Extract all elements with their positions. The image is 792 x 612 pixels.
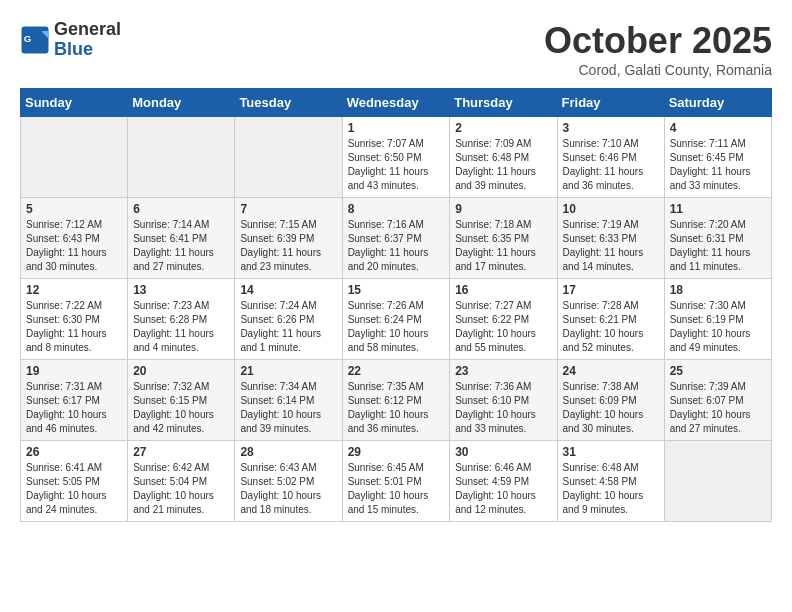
day-info: Sunrise: 7:22 AMSunset: 6:30 PMDaylight:… — [26, 299, 122, 355]
day-number: 16 — [455, 283, 551, 297]
calendar-cell: 11Sunrise: 7:20 AMSunset: 6:31 PMDayligh… — [664, 198, 771, 279]
day-info: Sunrise: 7:36 AMSunset: 6:10 PMDaylight:… — [455, 380, 551, 436]
day-info: Sunrise: 7:19 AMSunset: 6:33 PMDaylight:… — [563, 218, 659, 274]
calendar-table: SundayMondayTuesdayWednesdayThursdayFrid… — [20, 88, 772, 522]
calendar-row-1: 1Sunrise: 7:07 AMSunset: 6:50 PMDaylight… — [21, 117, 772, 198]
calendar-cell: 9Sunrise: 7:18 AMSunset: 6:35 PMDaylight… — [450, 198, 557, 279]
calendar-cell: 6Sunrise: 7:14 AMSunset: 6:41 PMDaylight… — [128, 198, 235, 279]
weekday-header-row: SundayMondayTuesdayWednesdayThursdayFrid… — [21, 89, 772, 117]
weekday-header-saturday: Saturday — [664, 89, 771, 117]
calendar-cell: 28Sunrise: 6:43 AMSunset: 5:02 PMDayligh… — [235, 441, 342, 522]
calendar-cell — [664, 441, 771, 522]
calendar-cell: 8Sunrise: 7:16 AMSunset: 6:37 PMDaylight… — [342, 198, 450, 279]
calendar-cell — [21, 117, 128, 198]
day-number: 15 — [348, 283, 445, 297]
day-number: 5 — [26, 202, 122, 216]
calendar-cell: 25Sunrise: 7:39 AMSunset: 6:07 PMDayligh… — [664, 360, 771, 441]
calendar-cell: 19Sunrise: 7:31 AMSunset: 6:17 PMDayligh… — [21, 360, 128, 441]
day-info: Sunrise: 7:30 AMSunset: 6:19 PMDaylight:… — [670, 299, 766, 355]
day-info: Sunrise: 7:09 AMSunset: 6:48 PMDaylight:… — [455, 137, 551, 193]
day-number: 8 — [348, 202, 445, 216]
calendar-cell: 15Sunrise: 7:26 AMSunset: 6:24 PMDayligh… — [342, 279, 450, 360]
day-info: Sunrise: 7:10 AMSunset: 6:46 PMDaylight:… — [563, 137, 659, 193]
day-number: 4 — [670, 121, 766, 135]
day-number: 25 — [670, 364, 766, 378]
page-header: G General Blue October 2025 Corod, Galat… — [20, 20, 772, 78]
calendar-cell: 26Sunrise: 6:41 AMSunset: 5:05 PMDayligh… — [21, 441, 128, 522]
weekday-header-wednesday: Wednesday — [342, 89, 450, 117]
calendar-cell: 10Sunrise: 7:19 AMSunset: 6:33 PMDayligh… — [557, 198, 664, 279]
calendar-row-5: 26Sunrise: 6:41 AMSunset: 5:05 PMDayligh… — [21, 441, 772, 522]
day-number: 23 — [455, 364, 551, 378]
day-number: 20 — [133, 364, 229, 378]
day-info: Sunrise: 7:35 AMSunset: 6:12 PMDaylight:… — [348, 380, 445, 436]
day-info: Sunrise: 7:07 AMSunset: 6:50 PMDaylight:… — [348, 137, 445, 193]
day-number: 10 — [563, 202, 659, 216]
calendar-cell: 16Sunrise: 7:27 AMSunset: 6:22 PMDayligh… — [450, 279, 557, 360]
day-number: 7 — [240, 202, 336, 216]
day-number: 13 — [133, 283, 229, 297]
calendar-cell: 17Sunrise: 7:28 AMSunset: 6:21 PMDayligh… — [557, 279, 664, 360]
day-number: 1 — [348, 121, 445, 135]
calendar-cell — [128, 117, 235, 198]
calendar-cell: 23Sunrise: 7:36 AMSunset: 6:10 PMDayligh… — [450, 360, 557, 441]
day-number: 3 — [563, 121, 659, 135]
weekday-header-thursday: Thursday — [450, 89, 557, 117]
day-info: Sunrise: 7:12 AMSunset: 6:43 PMDaylight:… — [26, 218, 122, 274]
day-number: 17 — [563, 283, 659, 297]
calendar-title: October 2025 — [544, 20, 772, 62]
day-number: 28 — [240, 445, 336, 459]
logo-text: General Blue — [54, 20, 121, 60]
day-number: 31 — [563, 445, 659, 459]
weekday-header-friday: Friday — [557, 89, 664, 117]
day-number: 21 — [240, 364, 336, 378]
day-info: Sunrise: 6:43 AMSunset: 5:02 PMDaylight:… — [240, 461, 336, 517]
day-info: Sunrise: 7:24 AMSunset: 6:26 PMDaylight:… — [240, 299, 336, 355]
day-info: Sunrise: 7:31 AMSunset: 6:17 PMDaylight:… — [26, 380, 122, 436]
day-info: Sunrise: 7:15 AMSunset: 6:39 PMDaylight:… — [240, 218, 336, 274]
day-info: Sunrise: 7:14 AMSunset: 6:41 PMDaylight:… — [133, 218, 229, 274]
day-number: 27 — [133, 445, 229, 459]
day-number: 6 — [133, 202, 229, 216]
calendar-cell: 3Sunrise: 7:10 AMSunset: 6:46 PMDaylight… — [557, 117, 664, 198]
weekday-header-monday: Monday — [128, 89, 235, 117]
day-number: 2 — [455, 121, 551, 135]
calendar-cell: 7Sunrise: 7:15 AMSunset: 6:39 PMDaylight… — [235, 198, 342, 279]
day-number: 11 — [670, 202, 766, 216]
title-section: October 2025 Corod, Galati County, Roman… — [544, 20, 772, 78]
day-info: Sunrise: 7:11 AMSunset: 6:45 PMDaylight:… — [670, 137, 766, 193]
day-number: 22 — [348, 364, 445, 378]
calendar-cell: 30Sunrise: 6:46 AMSunset: 4:59 PMDayligh… — [450, 441, 557, 522]
weekday-header-tuesday: Tuesday — [235, 89, 342, 117]
calendar-cell: 20Sunrise: 7:32 AMSunset: 6:15 PMDayligh… — [128, 360, 235, 441]
calendar-cell: 1Sunrise: 7:07 AMSunset: 6:50 PMDaylight… — [342, 117, 450, 198]
calendar-row-4: 19Sunrise: 7:31 AMSunset: 6:17 PMDayligh… — [21, 360, 772, 441]
day-info: Sunrise: 7:20 AMSunset: 6:31 PMDaylight:… — [670, 218, 766, 274]
calendar-cell: 18Sunrise: 7:30 AMSunset: 6:19 PMDayligh… — [664, 279, 771, 360]
day-info: Sunrise: 7:18 AMSunset: 6:35 PMDaylight:… — [455, 218, 551, 274]
day-info: Sunrise: 6:45 AMSunset: 5:01 PMDaylight:… — [348, 461, 445, 517]
svg-text:G: G — [24, 32, 32, 43]
day-info: Sunrise: 7:39 AMSunset: 6:07 PMDaylight:… — [670, 380, 766, 436]
calendar-cell: 22Sunrise: 7:35 AMSunset: 6:12 PMDayligh… — [342, 360, 450, 441]
calendar-cell: 31Sunrise: 6:48 AMSunset: 4:58 PMDayligh… — [557, 441, 664, 522]
day-info: Sunrise: 6:42 AMSunset: 5:04 PMDaylight:… — [133, 461, 229, 517]
day-info: Sunrise: 7:27 AMSunset: 6:22 PMDaylight:… — [455, 299, 551, 355]
logo: G General Blue — [20, 20, 121, 60]
calendar-cell: 21Sunrise: 7:34 AMSunset: 6:14 PMDayligh… — [235, 360, 342, 441]
calendar-row-3: 12Sunrise: 7:22 AMSunset: 6:30 PMDayligh… — [21, 279, 772, 360]
calendar-cell: 14Sunrise: 7:24 AMSunset: 6:26 PMDayligh… — [235, 279, 342, 360]
day-number: 29 — [348, 445, 445, 459]
day-info: Sunrise: 6:46 AMSunset: 4:59 PMDaylight:… — [455, 461, 551, 517]
day-info: Sunrise: 6:41 AMSunset: 5:05 PMDaylight:… — [26, 461, 122, 517]
logo-icon: G — [20, 25, 50, 55]
day-info: Sunrise: 7:34 AMSunset: 6:14 PMDaylight:… — [240, 380, 336, 436]
day-info: Sunrise: 7:32 AMSunset: 6:15 PMDaylight:… — [133, 380, 229, 436]
day-number: 14 — [240, 283, 336, 297]
day-number: 12 — [26, 283, 122, 297]
calendar-cell: 24Sunrise: 7:38 AMSunset: 6:09 PMDayligh… — [557, 360, 664, 441]
calendar-cell: 29Sunrise: 6:45 AMSunset: 5:01 PMDayligh… — [342, 441, 450, 522]
day-info: Sunrise: 7:16 AMSunset: 6:37 PMDaylight:… — [348, 218, 445, 274]
calendar-cell: 2Sunrise: 7:09 AMSunset: 6:48 PMDaylight… — [450, 117, 557, 198]
calendar-cell: 13Sunrise: 7:23 AMSunset: 6:28 PMDayligh… — [128, 279, 235, 360]
